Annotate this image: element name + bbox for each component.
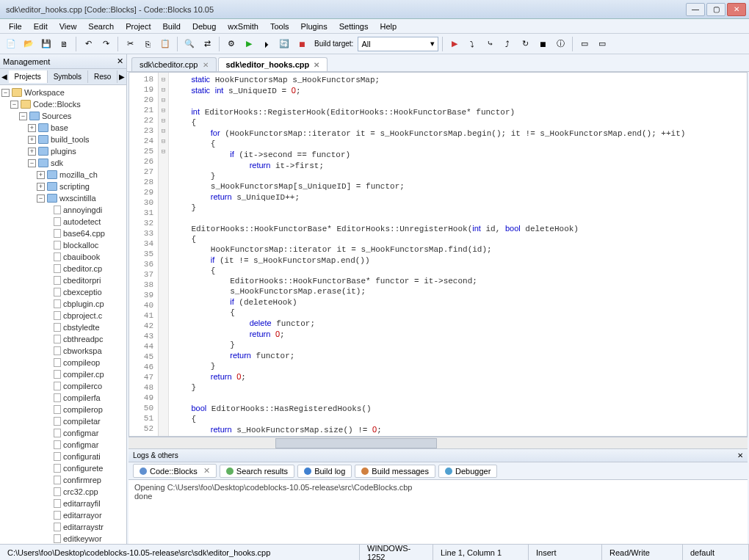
open-icon[interactable]: 📂 [21, 36, 37, 52]
menu-help[interactable]: Help [374, 21, 402, 32]
tree-item[interactable]: compilerop [0, 404, 126, 415]
menu-file[interactable]: File [3, 21, 28, 32]
stop-icon[interactable]: ⏹ [294, 36, 310, 52]
log-tab[interactable]: Build log [297, 465, 352, 478]
saveall-icon[interactable]: 🗎 [56, 36, 72, 52]
close-button[interactable]: ✕ [727, 3, 746, 16]
copy-icon[interactable]: ⎘ [140, 36, 156, 52]
tree-item[interactable]: +build_tools [0, 134, 126, 145]
tree-item[interactable]: configurete [0, 462, 126, 474]
tree-item[interactable]: +plugins [0, 145, 126, 157]
menu-wxsmith[interactable]: wxSmith [222, 21, 264, 32]
tree-item[interactable]: −Sources [0, 110, 126, 122]
redo-icon[interactable]: ↷ [98, 36, 114, 52]
menu-tools[interactable]: Tools [264, 21, 295, 32]
stopdbg-icon[interactable]: ⏹ [535, 36, 551, 52]
window-icon[interactable]: ▭ [576, 36, 593, 52]
editor-tab[interactable]: sdk\cbeditor.cpp✕ [131, 57, 217, 71]
window2-icon[interactable]: ▭ [594, 36, 610, 52]
continue-icon[interactable]: ↻ [517, 36, 533, 52]
tree-item[interactable]: editarrayfil [0, 498, 126, 509]
tree-item[interactable]: compiletar [0, 415, 126, 427]
log-tab[interactable]: Build messages [355, 465, 435, 478]
step-icon[interactable]: ⤵ [464, 36, 480, 52]
menu-project[interactable]: Project [120, 21, 156, 32]
new-icon[interactable]: 📄 [3, 36, 19, 52]
menu-view[interactable]: View [54, 21, 83, 32]
tree-item[interactable]: cbauibook [0, 251, 126, 263]
project-tree[interactable]: −Workspace−Code::Blocks−Sources+base+bui… [0, 85, 126, 544]
maximize-button[interactable]: ▢ [706, 3, 726, 16]
find-icon[interactable]: 🔍 [181, 36, 198, 52]
tab-symbols[interactable]: Symbols [48, 70, 88, 83]
tree-item[interactable]: +scripting [0, 181, 126, 192]
menu-search[interactable]: Search [82, 21, 120, 32]
log-tab[interactable]: Search results [220, 465, 294, 478]
menu-build[interactable]: Build [156, 21, 186, 32]
build-target-select[interactable]: All▾ [358, 37, 438, 51]
tree-item[interactable]: blockalloc [0, 239, 126, 251]
tab-projects[interactable]: Projects [9, 70, 48, 83]
tree-item[interactable]: annoyingdi [0, 204, 126, 216]
log-tab[interactable]: Debugger [438, 465, 497, 478]
debug-icon[interactable]: ▶ [446, 36, 463, 52]
tree-item[interactable]: cbplugin.cp [0, 298, 126, 310]
save-icon[interactable]: 💾 [38, 36, 54, 52]
fold-column[interactable]: ⊟ ⊟ ⊟ ⊟ ⊟ ⊟ ⊟ ⊟ [159, 73, 169, 436]
tab-close-icon[interactable]: ✕ [314, 61, 319, 69]
tree-item[interactable]: −wxscintilla [0, 192, 126, 204]
tree-item[interactable]: compiler.cp [0, 368, 126, 380]
tree-item[interactable]: cbeditor.cp [0, 263, 126, 274]
tree-item[interactable]: autodetect [0, 216, 126, 228]
menu-debug[interactable]: Debug [187, 21, 222, 32]
menu-plugins[interactable]: Plugins [295, 21, 333, 32]
tree-item[interactable]: cbworkspa [0, 345, 126, 357]
tree-item[interactable]: cbexceptio [0, 286, 126, 298]
tree-item[interactable]: editarrayor [0, 509, 126, 521]
code-editor[interactable]: 18 19 20 21 22 23 24 25 26 27 28 29 30 3… [129, 72, 748, 437]
tree-item[interactable]: base64.cpp [0, 228, 126, 239]
log-tab[interactable]: Code::Blocks✕ [133, 464, 217, 478]
logs-close-icon[interactable]: ✕ [737, 451, 743, 459]
tab-resources[interactable]: Reso [88, 70, 117, 83]
menu-edit[interactable]: Edit [28, 21, 54, 32]
tree-item[interactable]: editkeywor [0, 533, 126, 544]
tree-item[interactable]: configurati [0, 451, 126, 462]
menu-settings[interactable]: Settings [333, 21, 374, 32]
tree-item[interactable]: editarraystr [0, 521, 126, 533]
tree-item[interactable]: −Code::Blocks [0, 98, 126, 110]
tree-item[interactable]: configmar [0, 439, 126, 451]
stepout-icon[interactable]: ⤴ [499, 36, 515, 52]
tree-item[interactable]: crc32.cpp [0, 486, 126, 498]
editor-tab[interactable]: sdk\editor_hooks.cpp✕ [218, 57, 328, 71]
horizontal-scrollbar[interactable] [129, 437, 748, 448]
tree-item[interactable]: cbthreadpc [0, 333, 126, 345]
rebuild-icon[interactable]: 🔄 [276, 36, 292, 52]
undo-icon[interactable]: ↶ [80, 36, 96, 52]
tree-item[interactable]: compileop [0, 357, 126, 368]
replace-icon[interactable]: ⇄ [199, 36, 215, 52]
paste-icon[interactable]: 📋 [157, 36, 173, 52]
run-icon[interactable]: ▶ [241, 36, 257, 52]
buildrun-icon[interactable]: ⏵ [258, 36, 275, 52]
tree-item[interactable]: +mozilla_ch [0, 169, 126, 181]
tab-scroll-right-icon[interactable]: ▶ [117, 73, 126, 81]
tab-scroll-left-icon[interactable]: ◀ [0, 73, 9, 81]
build-icon[interactable]: ⚙ [223, 36, 239, 52]
tree-item[interactable]: −Workspace [0, 87, 126, 98]
tree-item[interactable]: configmar [0, 427, 126, 439]
tree-item[interactable]: cbstyledte [0, 321, 126, 333]
stepover-icon[interactable]: ⤷ [482, 36, 498, 52]
tree-item[interactable]: −sdk [0, 157, 126, 169]
minimize-button[interactable]: — [686, 3, 705, 16]
cut-icon[interactable]: ✂ [122, 36, 138, 52]
tab-close-icon[interactable]: ✕ [203, 61, 209, 69]
info-icon[interactable]: ⓘ [552, 36, 568, 52]
tree-item[interactable]: +base [0, 122, 126, 134]
tree-item[interactable]: compilerfa [0, 392, 126, 404]
tree-item[interactable]: confirmrep [0, 474, 126, 486]
management-close-icon[interactable]: ✕ [117, 57, 123, 66]
code-content[interactable]: static HookFunctorsMap s_HookFunctorsMap… [169, 73, 747, 436]
tree-item[interactable]: cbproject.c [0, 310, 126, 321]
tree-item[interactable]: compilerco [0, 380, 126, 392]
